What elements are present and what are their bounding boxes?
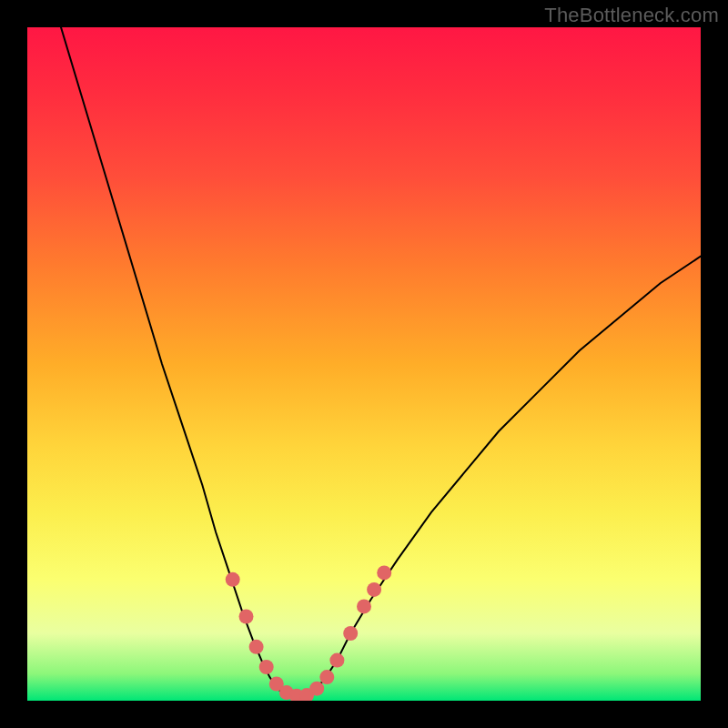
chart-svg xyxy=(27,27,701,701)
curve-group xyxy=(61,27,701,697)
data-marker xyxy=(329,653,344,668)
data-marker xyxy=(343,626,358,641)
data-marker xyxy=(259,660,274,674)
data-marker xyxy=(226,572,240,587)
data-marker xyxy=(319,670,334,684)
data-marker xyxy=(309,682,324,696)
plot-area xyxy=(27,27,701,701)
data-marker xyxy=(239,610,254,624)
data-marker xyxy=(249,640,264,654)
data-marker xyxy=(357,599,371,613)
bottleneck-curve xyxy=(61,27,701,697)
watermark-text: TheBottleneck.com xyxy=(544,4,719,27)
data-marker xyxy=(367,582,381,597)
chart-frame: TheBottleneck.com xyxy=(0,0,728,728)
data-marker xyxy=(377,565,391,580)
